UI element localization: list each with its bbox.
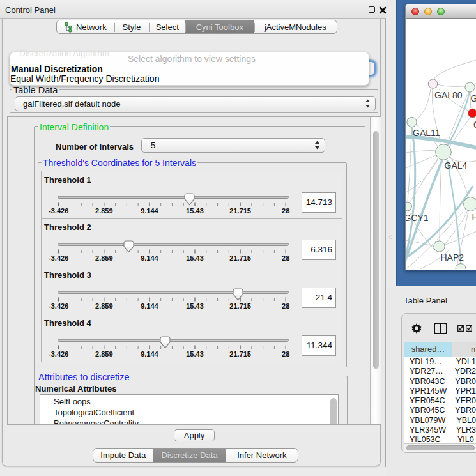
svg-text:GCY1: GCY1 [406,213,429,223]
svg-text:GAL11: GAL11 [413,128,440,138]
svg-text:GA: GA [471,93,476,104]
svg-text:HAP2: HAP2 [441,252,464,263]
svg-text:CD: CD [473,119,476,130]
svg-text:GAL80: GAL80 [434,90,463,100]
svg-text:GAL4: GAL4 [445,160,468,171]
svg-text:HA: HA [472,212,476,222]
